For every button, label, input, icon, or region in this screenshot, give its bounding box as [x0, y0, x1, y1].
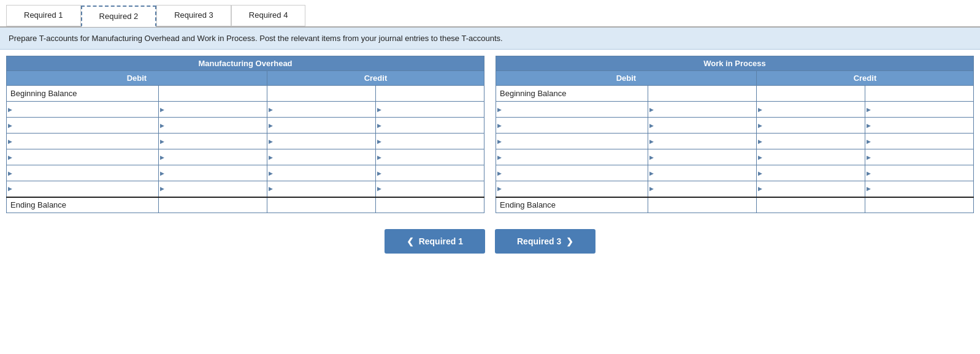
mfg-row5-credit-label[interactable]: [271, 168, 372, 178]
mfg-row5-credit-val[interactable]: [380, 168, 480, 178]
instruction-bar: Prepare T-accounts for Manufacturing Ove…: [0, 28, 980, 50]
wip-row2-credit-val[interactable]: [869, 121, 970, 130]
wip-row3-credit-val[interactable]: [869, 137, 970, 146]
mfg-row4-debit-val[interactable]: [163, 153, 263, 162]
chevron-left-icon: ❮: [407, 236, 414, 246]
mfg-row2-credit-val[interactable]: [380, 121, 480, 130]
table-row: [496, 149, 974, 165]
mfg-overhead-title: Manufacturing Overhead: [7, 56, 484, 71]
wip-eb-debit-value[interactable]: [648, 197, 756, 213]
wip-eb-debit-input[interactable]: [652, 200, 752, 209]
mfg-ending-balance-row: Ending Balance: [7, 197, 484, 213]
work-in-process-table: Work in Process Debit Credit Beginning B…: [496, 56, 974, 213]
mfg-row6-credit-label[interactable]: [271, 184, 372, 194]
mfg-row3-debit-label[interactable]: [10, 137, 155, 146]
mfg-row1-credit-label[interactable]: [271, 105, 372, 114]
mfg-eb-credit-input[interactable]: [380, 200, 480, 209]
wip-credit-header: Credit: [756, 71, 973, 86]
mfg-row1-debit-label[interactable]: [10, 105, 155, 114]
wip-row5-debit-label[interactable]: [500, 168, 644, 178]
wip-row2-debit-val[interactable]: [652, 121, 752, 130]
wip-bb-credit-label: [756, 86, 865, 102]
wip-bb-credit-input[interactable]: [869, 89, 970, 98]
wip-row5-credit-val[interactable]: [869, 168, 970, 178]
wip-eb-credit-input[interactable]: [869, 200, 970, 209]
tab-required4[interactable]: Required 4: [231, 5, 306, 26]
mfg-credit-header: Credit: [267, 71, 484, 86]
mfg-row6-credit-val[interactable]: [380, 184, 480, 194]
prev-button[interactable]: ❮ Required 1: [385, 229, 485, 254]
mfg-row3-credit-val[interactable]: [380, 137, 480, 146]
mfg-bb-debit-value[interactable]: [158, 86, 267, 102]
wip-row6-debit-val[interactable]: [652, 184, 752, 194]
tab-required3[interactable]: Required 3: [156, 5, 231, 26]
mfg-row5-debit-val[interactable]: [163, 168, 263, 178]
wip-row3-debit-val[interactable]: [652, 137, 752, 146]
wip-row2-credit-label[interactable]: [760, 121, 861, 130]
table-row: [7, 134, 484, 149]
wip-bb-debit-value[interactable]: [648, 86, 756, 102]
tab-required2[interactable]: Required 2: [81, 6, 157, 27]
mfg-row1-debit-val[interactable]: [163, 105, 263, 114]
wip-row4-debit-val[interactable]: [652, 153, 752, 162]
mfg-row2-debit-val[interactable]: [163, 121, 263, 130]
table-row: [496, 134, 974, 149]
mfg-row4-debit-label[interactable]: [10, 153, 155, 162]
wip-title: Work in Process: [496, 56, 974, 71]
wip-row2-debit-label[interactable]: [500, 121, 644, 130]
wip-row3-credit-label[interactable]: [760, 137, 861, 146]
wip-eb-credit-value[interactable]: [865, 197, 973, 213]
mfg-bb-credit-value[interactable]: [375, 86, 484, 102]
wip-bb-credit-value[interactable]: [865, 86, 973, 102]
wip-row1-credit-val[interactable]: [869, 105, 970, 114]
tab-required1[interactable]: Required 1: [6, 5, 81, 26]
wip-row5-credit-label[interactable]: [760, 168, 861, 178]
wip-row1-debit-val[interactable]: [652, 105, 752, 114]
wip-row1-debit-label[interactable]: [500, 105, 644, 114]
mfg-row2-debit-label[interactable]: [10, 121, 155, 130]
table-row: [7, 102, 484, 118]
table-row: [7, 149, 484, 165]
chevron-right-icon: ❯: [566, 236, 573, 246]
next-button-label: Required 3: [517, 236, 561, 246]
mfg-row3-debit-val[interactable]: [163, 137, 263, 146]
mfg-row6-debit-label[interactable]: [10, 184, 155, 194]
wip-debit-header: Debit: [496, 71, 757, 86]
mfg-row4-credit-val[interactable]: [380, 153, 480, 162]
manufacturing-overhead-table: Manufacturing Overhead Debit Credit Begi…: [6, 56, 484, 213]
mfg-eb-debit-input[interactable]: [163, 200, 263, 209]
table-row: [496, 102, 974, 118]
wip-row4-debit-label[interactable]: [500, 153, 644, 162]
mfg-eb-credit-value[interactable]: [375, 197, 484, 213]
next-button[interactable]: Required 3 ❯: [495, 229, 595, 254]
wip-row4-credit-label[interactable]: [760, 153, 861, 162]
t-accounts-container: Manufacturing Overhead Debit Credit Begi…: [0, 56, 980, 219]
mfg-row4-credit-label[interactable]: [271, 153, 372, 162]
table-row: [7, 165, 484, 181]
mfg-bb-credit-label: [267, 86, 375, 102]
wip-row3-debit-label[interactable]: [500, 137, 644, 146]
wip-row4-credit-val[interactable]: [869, 153, 970, 162]
wip-row6-credit-label[interactable]: [760, 184, 861, 194]
wip-row5-debit-val[interactable]: [652, 168, 752, 178]
wip-row6-debit-label[interactable]: [500, 184, 644, 194]
table-row: Beginning Balance: [496, 86, 974, 102]
navigation-buttons: ❮ Required 1 Required 3 ❯: [0, 219, 980, 260]
mfg-bb-credit-input[interactable]: [380, 89, 480, 98]
mfg-eb-debit-value[interactable]: [158, 197, 267, 213]
mfg-bb-debit-input[interactable]: [163, 89, 263, 98]
table-row: [7, 118, 484, 134]
table-row: [496, 165, 974, 181]
mfg-row5-debit-label[interactable]: [10, 168, 155, 178]
wip-bb-debit-input[interactable]: [652, 89, 752, 98]
table-row: [7, 181, 484, 197]
mfg-row1-credit-val[interactable]: [380, 105, 480, 114]
table-row: [496, 181, 974, 197]
mfg-row2-credit-label[interactable]: [271, 121, 372, 130]
mfg-row3-credit-label[interactable]: [271, 137, 372, 146]
wip-row1-credit-label[interactable]: [760, 105, 861, 114]
mfg-debit-header: Debit: [7, 71, 267, 86]
mfg-ending-balance-label: Ending Balance: [7, 197, 159, 213]
mfg-row6-debit-val[interactable]: [163, 184, 263, 194]
wip-row6-credit-val[interactable]: [869, 184, 970, 194]
